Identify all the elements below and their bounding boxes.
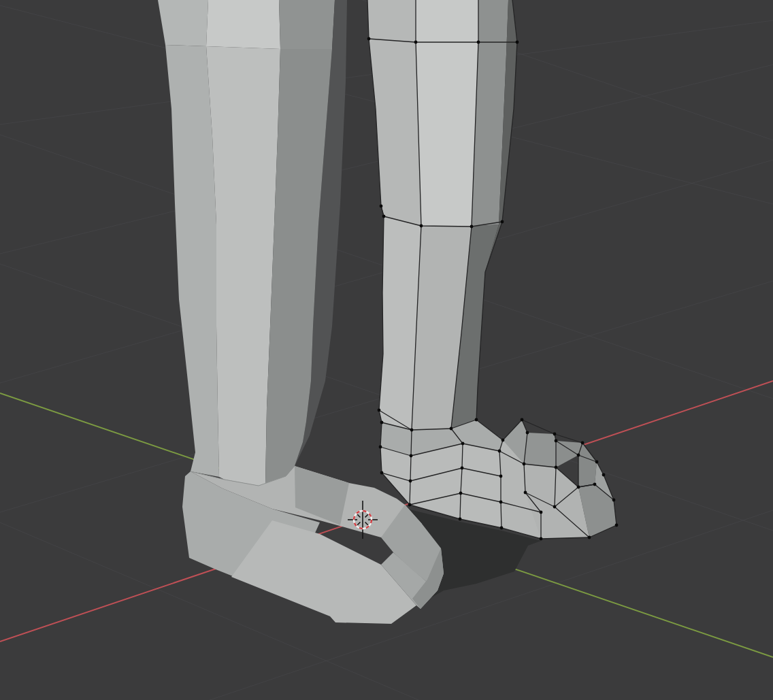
mesh-vertex[interactable]	[593, 483, 597, 486]
mesh-face	[206, 0, 280, 49]
mesh-vertex[interactable]	[577, 486, 580, 489]
mesh-vertex[interactable]	[501, 439, 505, 442]
mesh-vertex[interactable]	[581, 441, 585, 445]
mesh-face	[524, 433, 556, 467]
mesh-vertex[interactable]	[516, 41, 519, 44]
mesh-vertex[interactable]	[378, 409, 381, 412]
mesh-vertex[interactable]	[498, 450, 501, 453]
mesh-vertex[interactable]	[500, 527, 504, 530]
mesh-vertex[interactable]	[555, 439, 558, 443]
mesh-vertex[interactable]	[409, 480, 412, 483]
mesh-vertex[interactable]	[410, 429, 414, 432]
mesh-face	[416, 0, 478, 227]
mesh-vertex[interactable]	[408, 503, 412, 507]
mesh-vertex[interactable]	[577, 454, 580, 457]
mesh-vertex[interactable]	[420, 224, 423, 228]
mesh-vertex[interactable]	[523, 463, 526, 466]
mesh-vertex[interactable]	[379, 446, 382, 449]
mesh-vertex[interactable]	[612, 499, 616, 502]
mesh-vertex[interactable]	[410, 454, 413, 458]
mesh-vertex[interactable]	[414, 41, 418, 44]
mesh-vertex[interactable]	[380, 421, 384, 424]
mesh-vertex[interactable]	[602, 473, 606, 477]
mesh-vertex[interactable]	[459, 518, 462, 521]
mesh-vertex[interactable]	[526, 431, 529, 435]
mesh-vertex[interactable]	[499, 501, 503, 504]
mesh-vertex[interactable]	[553, 433, 557, 436]
mesh-vertex[interactable]	[380, 471, 384, 475]
mesh-vertex[interactable]	[450, 427, 453, 431]
viewport-canvas[interactable]	[0, 0, 773, 700]
mesh-vertex[interactable]	[475, 418, 478, 422]
mesh-vertex[interactable]	[459, 492, 463, 495]
mesh-vertex[interactable]	[367, 37, 371, 41]
mesh-vertex[interactable]	[461, 467, 464, 470]
mesh-vertex[interactable]	[540, 537, 543, 541]
mesh-vertex[interactable]	[524, 491, 527, 495]
mesh-vertex[interactable]	[380, 205, 383, 208]
mesh-vertex[interactable]	[595, 461, 599, 464]
mesh-vertex[interactable]	[499, 475, 503, 478]
mesh-vertex[interactable]	[555, 466, 558, 469]
viewport-3d[interactable]	[0, 0, 773, 700]
mesh-vertex[interactable]	[501, 220, 504, 224]
mesh-vertex[interactable]	[477, 41, 480, 44]
mesh-vertex[interactable]	[470, 225, 474, 229]
mesh-face	[158, 0, 208, 46]
mesh-vertex[interactable]	[521, 418, 524, 422]
mesh-vertex[interactable]	[615, 524, 619, 527]
mesh-face	[279, 0, 335, 49]
mesh-vertex[interactable]	[461, 442, 465, 446]
mesh-vertex[interactable]	[553, 505, 557, 509]
mesh-vertex[interactable]	[588, 536, 591, 539]
mesh-vertex[interactable]	[382, 215, 386, 218]
mesh-vertex[interactable]	[540, 511, 543, 514]
